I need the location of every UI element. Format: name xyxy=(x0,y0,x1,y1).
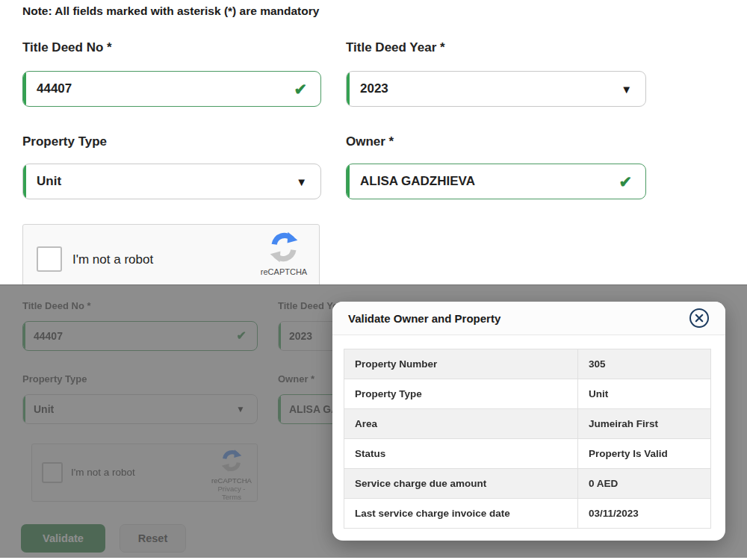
modal-header: Validate Owner and Property xyxy=(332,302,725,335)
table-row: Area Jumeirah First xyxy=(344,409,711,439)
property-type-select[interactable]: Unit ▼ xyxy=(22,164,321,199)
valid-left-bar xyxy=(347,72,350,106)
row-value: Property Is Valid xyxy=(578,439,711,469)
row-label: Property Number xyxy=(344,349,578,379)
recaptcha-widget: I'm not a robot reCAPTCHA xyxy=(22,224,320,284)
row-value: 305 xyxy=(578,349,711,379)
mandatory-note: Note: All fields marked with asterisk (*… xyxy=(22,4,319,18)
title-deed-no-input[interactable]: 44407 ✔ xyxy=(22,71,321,107)
chevron-down-icon: ▼ xyxy=(296,176,307,187)
row-value: Unit xyxy=(578,379,711,409)
chevron-down-icon: ▼ xyxy=(621,84,632,95)
property-type-label: Property Type xyxy=(22,134,107,149)
table-row: Property Number 305 xyxy=(344,349,711,379)
row-value: 03/11/2023 xyxy=(578,499,711,529)
row-label: Last service charge invoice date xyxy=(344,499,578,529)
valid-check-icon: ✔ xyxy=(294,81,307,97)
modal-title: Validate Owner and Property xyxy=(348,312,500,325)
row-label: Property Type xyxy=(344,379,578,409)
row-value: 0 AED xyxy=(578,469,711,499)
title-deed-no-value: 44407 xyxy=(37,81,72,96)
recaptcha-checkbox[interactable] xyxy=(37,246,62,272)
row-label: Service charge due amount xyxy=(344,469,578,499)
property-details-table: Property Number 305 Property Type Unit A… xyxy=(344,349,711,529)
row-value: Jumeirah First xyxy=(578,409,711,439)
validate-result-modal: Validate Owner and Property Property Num… xyxy=(332,302,725,541)
row-label: Status xyxy=(344,439,578,469)
title-deed-no-label: Title Deed No * xyxy=(22,40,112,55)
title-deed-year-value: 2023 xyxy=(360,81,388,96)
table-row: Service charge due amount 0 AED xyxy=(344,469,711,499)
close-button[interactable] xyxy=(689,308,710,329)
form-section: Note: All fields marked with asterisk (*… xyxy=(0,0,747,284)
row-label: Area xyxy=(344,409,578,439)
table-row: Status Property Is Valid xyxy=(344,439,711,469)
modal-backdrop-section: Title Deed No * Title Deed Year * 44407 … xyxy=(0,284,747,558)
recaptcha-logo: reCAPTCHA xyxy=(259,231,309,276)
title-deed-year-label: Title Deed Year * xyxy=(346,40,445,55)
valid-left-bar xyxy=(23,164,26,199)
recaptcha-brand: reCAPTCHA xyxy=(259,267,309,276)
valid-left-bar xyxy=(347,164,350,199)
close-icon xyxy=(689,308,710,329)
modal-body: Property Number 305 Property Type Unit A… xyxy=(332,335,725,529)
recaptcha-label: I'm not a robot xyxy=(72,252,153,267)
owner-label: Owner * xyxy=(346,134,394,149)
property-type-value: Unit xyxy=(37,174,61,189)
title-deed-year-select[interactable]: 2023 ▼ xyxy=(346,71,646,107)
owner-value: ALISA GADZHIEVA xyxy=(360,174,475,189)
table-row: Last service charge invoice date 03/11/2… xyxy=(344,499,711,529)
recaptcha-icon xyxy=(267,231,300,264)
valid-left-bar xyxy=(23,72,26,106)
valid-check-icon: ✔ xyxy=(619,174,632,190)
table-row: Property Type Unit xyxy=(344,379,711,409)
owner-input[interactable]: ALISA GADZHIEVA ✔ xyxy=(346,164,646,199)
